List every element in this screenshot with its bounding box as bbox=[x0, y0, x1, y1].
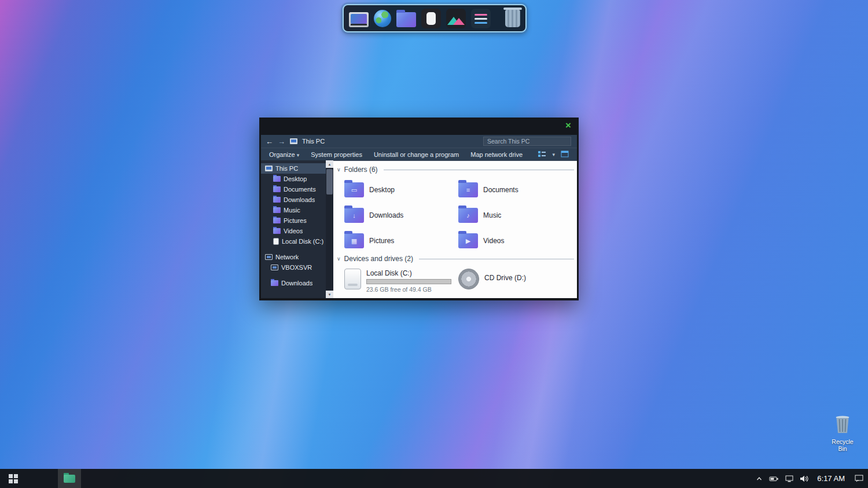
sidebar-item-label: Local Disk (C:) bbox=[282, 238, 323, 245]
folder-icon bbox=[271, 280, 278, 286]
chevron-up-icon[interactable] bbox=[756, 475, 763, 482]
sidebar-item-this-pc[interactable]: This PC bbox=[261, 163, 326, 174]
tile-label: Videos bbox=[483, 237, 504, 245]
explorer-content: ∨ Folders (6) ▭ Desktop ≡ Documents ↓ bbox=[333, 160, 577, 298]
address-breadcrumb[interactable]: This PC bbox=[302, 138, 325, 145]
uninstall-program-button[interactable]: Uninstall or change a program bbox=[374, 151, 459, 158]
drive-free-space: 23.6 GB free of 49.4 GB bbox=[366, 286, 451, 293]
network-icon bbox=[265, 254, 273, 260]
organize-button[interactable]: Organize ▾ bbox=[269, 151, 299, 158]
taskbar-clock[interactable]: 6:17 AM bbox=[817, 474, 845, 483]
trash-icon bbox=[834, 413, 851, 434]
sidebar-gap bbox=[261, 273, 326, 278]
folder-tile-music[interactable]: ♪ Music bbox=[458, 203, 572, 228]
folder-icon bbox=[64, 475, 75, 483]
section-title: Folders (6) bbox=[344, 166, 378, 174]
folder-icon: ↓ bbox=[344, 208, 364, 223]
folder-glyph: ≡ bbox=[458, 182, 478, 197]
folders-grid: ▭ Desktop ≡ Documents ↓ Downloads ♪ Musi… bbox=[337, 177, 574, 254]
chevron-down-icon[interactable]: ∨ bbox=[337, 167, 341, 173]
sidebar-item-label: Downloads bbox=[281, 280, 312, 287]
hard-disk-icon bbox=[344, 269, 361, 289]
sidebar-item-network[interactable]: Network bbox=[261, 252, 326, 262]
explorer-body: This PC Desktop Documents Downloads Musi… bbox=[261, 160, 577, 298]
disk-icon bbox=[273, 238, 279, 245]
explorer-window: × ← → This PC Organize ▾ System properti… bbox=[259, 118, 579, 300]
sidebar-item-label: Videos bbox=[284, 228, 303, 234]
folder-glyph: ♪ bbox=[458, 208, 478, 223]
start-button[interactable] bbox=[0, 469, 27, 488]
folder-icon bbox=[273, 186, 281, 192]
folder-icon bbox=[273, 197, 281, 203]
folder-icon bbox=[273, 218, 281, 223]
tile-label: Pictures bbox=[369, 237, 394, 245]
scroll-down-icon[interactable]: ▼ bbox=[326, 291, 333, 298]
volume-icon[interactable] bbox=[800, 475, 808, 482]
system-properties-button[interactable]: System properties bbox=[311, 151, 362, 158]
battery-icon[interactable] bbox=[769, 475, 779, 482]
desktop: × ← → This PC Organize ▾ System properti… bbox=[0, 0, 868, 488]
folder-glyph: ▶ bbox=[458, 233, 478, 248]
gallery-icon[interactable] bbox=[446, 9, 466, 28]
change-view-icon[interactable] bbox=[538, 151, 546, 159]
sidebar-item-label: Desktop bbox=[284, 175, 307, 182]
scrollbar-thumb[interactable] bbox=[326, 169, 333, 195]
folder-icon bbox=[273, 176, 281, 182]
view-options-group: ▾ bbox=[538, 151, 569, 159]
back-icon[interactable]: ← bbox=[266, 138, 273, 145]
drive-label: Local Disk (C:) bbox=[366, 269, 451, 277]
map-network-drive-button[interactable]: Map network drive bbox=[470, 151, 523, 158]
folder-tile-documents[interactable]: ≡ Documents bbox=[458, 177, 572, 203]
organize-label: Organize bbox=[269, 151, 295, 158]
recycle-bin[interactable]: Recycle Bin bbox=[827, 413, 858, 452]
search-input[interactable] bbox=[483, 137, 571, 146]
dock-trash-icon[interactable] bbox=[505, 10, 520, 27]
details-view-icon[interactable] bbox=[561, 151, 569, 159]
chevron-down-icon[interactable]: ∨ bbox=[337, 256, 341, 262]
section-header-devices: ∨ Devices and drives (2) bbox=[337, 255, 574, 263]
sidebar-item-label: Music bbox=[284, 207, 300, 214]
sidebar-item-pictures[interactable]: Pictures bbox=[261, 215, 326, 226]
section-title: Devices and drives (2) bbox=[344, 255, 413, 263]
explorer-commandbar: Organize ▾ System properties Uninstall o… bbox=[261, 148, 577, 160]
folder-tile-videos[interactable]: ▶ Videos bbox=[458, 228, 572, 254]
windows-logo-icon bbox=[9, 474, 18, 483]
sidebar-item-documents[interactable]: Documents bbox=[261, 184, 326, 195]
cd-disc-icon bbox=[458, 269, 479, 289]
sidebar-scrollbar[interactable]: ▲ ▼ bbox=[326, 160, 333, 298]
sidebar-item-label: Downloads bbox=[284, 196, 315, 203]
sidebar-item-downloads-share[interactable]: Downloads bbox=[261, 278, 326, 288]
forward-icon[interactable]: → bbox=[278, 138, 285, 145]
sidebar-item-label: Pictures bbox=[284, 217, 307, 224]
folder-tile-pictures[interactable]: ▦ Pictures bbox=[344, 228, 458, 254]
sidebar-item-local-disk[interactable]: Local Disk (C:) bbox=[261, 236, 326, 247]
drive-tile-local-disk[interactable]: Local Disk (C:) 23.6 GB free of 49.4 GB bbox=[344, 269, 458, 293]
sidebar-item-music[interactable]: Music bbox=[261, 205, 326, 215]
folder-icon: ♪ bbox=[458, 208, 478, 223]
chevron-down-icon: ▾ bbox=[297, 152, 300, 158]
tile-label: Desktop bbox=[369, 186, 395, 194]
folder-icon[interactable] bbox=[396, 12, 416, 27]
close-icon[interactable]: × bbox=[565, 120, 571, 131]
folder-tile-desktop[interactable]: ▭ Desktop bbox=[344, 177, 458, 203]
browser-globe-icon[interactable] bbox=[374, 10, 391, 27]
sidebar-item-label: This PC bbox=[275, 165, 298, 172]
drive-tile-cd[interactable]: CD Drive (D:) bbox=[458, 269, 572, 293]
sidebar-item-videos[interactable]: Videos bbox=[261, 226, 326, 236]
sidebar-item-desktop[interactable]: Desktop bbox=[261, 174, 326, 184]
explorer-titlebar[interactable]: × bbox=[259, 118, 579, 135]
settings-sliders-icon[interactable] bbox=[471, 9, 491, 28]
sidebar-item-vboxsvr[interactable]: VBOXSVR bbox=[261, 262, 326, 273]
section-header-folders: ∨ Folders (6) bbox=[337, 166, 574, 174]
window-app-icon[interactable] bbox=[421, 9, 441, 28]
tile-label: Documents bbox=[483, 186, 518, 194]
display-icon[interactable] bbox=[785, 475, 793, 482]
scroll-up-icon[interactable]: ▲ bbox=[326, 160, 333, 168]
folder-tile-downloads[interactable]: ↓ Downloads bbox=[344, 203, 458, 228]
file-manager-icon[interactable] bbox=[349, 12, 369, 27]
recycle-bin-label: Recycle Bin bbox=[827, 438, 858, 452]
taskbar-file-manager[interactable] bbox=[58, 469, 81, 488]
chevron-down-icon[interactable]: ▾ bbox=[552, 152, 555, 157]
sidebar-item-downloads[interactable]: Downloads bbox=[261, 195, 326, 205]
action-center-icon[interactable] bbox=[855, 475, 863, 482]
